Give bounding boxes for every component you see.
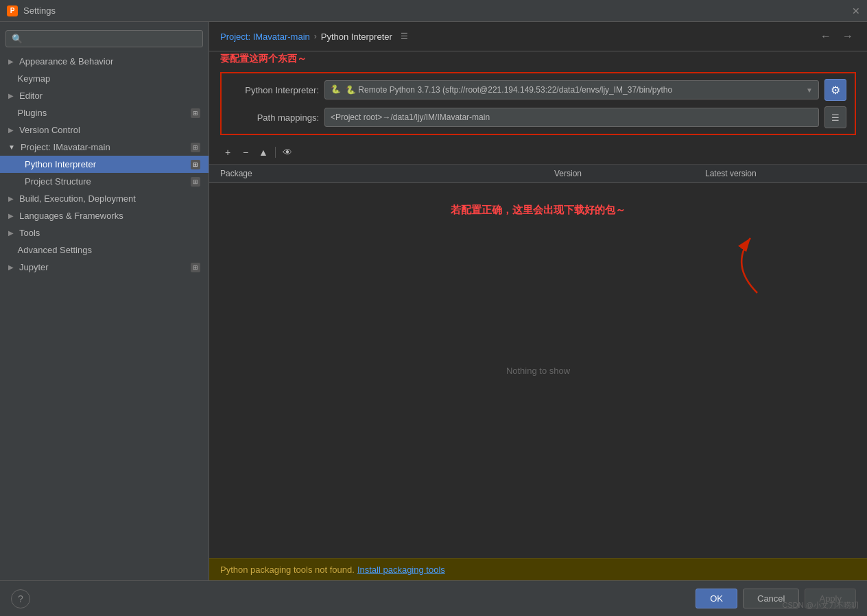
breadcrumb-separator: › bbox=[314, 32, 317, 41]
sidebar-item-label: Build, Execution, Deployment bbox=[19, 193, 136, 204]
sidebar-item-tools[interactable]: ▶ Tools bbox=[0, 224, 209, 241]
arrow-icon: ▼ bbox=[8, 143, 15, 151]
toolbar-row: + − ▲ 👁 bbox=[209, 141, 867, 165]
nav-arrows: ← → bbox=[818, 29, 856, 44]
badge-icon: ⊞ bbox=[191, 263, 200, 272]
dropdown-arrow-icon: ▼ bbox=[806, 86, 813, 94]
sidebar-item-label: Plugins bbox=[18, 108, 47, 118]
badge-icon: ⊞ bbox=[191, 177, 200, 187]
app-icon: P bbox=[7, 5, 18, 16]
sidebar-item-label: Tools bbox=[19, 228, 40, 238]
sidebar-item-label: Appearance & Behavior bbox=[19, 56, 113, 67]
sidebar-item-keymap[interactable]: Keymap bbox=[0, 70, 209, 87]
sidebar-item-appearance[interactable]: ▶ Appearance & Behavior bbox=[0, 53, 209, 70]
col-header-latest: Latest version bbox=[705, 169, 856, 178]
warning-bar: Python packaging tools not found. Instal… bbox=[209, 558, 867, 580]
gear-settings-button[interactable]: ⚙ bbox=[824, 79, 846, 101]
sidebar-item-languages[interactable]: ▶ Languages & Frameworks bbox=[0, 207, 209, 224]
sidebar-item-python-interpreter[interactable]: Python Interpreter ⊞ bbox=[0, 156, 209, 173]
arrow-icon: ▶ bbox=[8, 126, 14, 134]
path-mappings-row: Path mappings: <Project root>→/data1/ljy… bbox=[230, 106, 846, 128]
arrow-icon bbox=[8, 75, 12, 82]
arrow-icon bbox=[8, 246, 12, 254]
arrow-icon: ▶ bbox=[8, 229, 14, 237]
sidebar-item-label: Project Structure bbox=[25, 176, 91, 187]
search-icon: 🔍 bbox=[12, 34, 23, 44]
title-bar: P Settings ✕ bbox=[0, 0, 867, 22]
col-header-package: Package bbox=[220, 169, 554, 178]
col-header-version: Version bbox=[554, 169, 705, 178]
table-header: Package Version Latest version bbox=[209, 165, 867, 183]
arrow-icon: ▶ bbox=[8, 263, 14, 271]
path-mappings-label: Path mappings: bbox=[230, 112, 319, 123]
help-button[interactable]: ? bbox=[11, 589, 30, 608]
interpreter-row: Python Interpreter: 🐍 🐍 Remote Python 3.… bbox=[230, 79, 846, 101]
breadcrumb-bar: Project: IMavatar-main › Python Interpre… bbox=[209, 22, 867, 51]
arrow-icon bbox=[8, 109, 12, 117]
interpreter-value-box[interactable]: 🐍 🐍 Remote Python 3.7.13 (sftp://root@22… bbox=[324, 80, 819, 99]
breadcrumb-current: Python Interpreter bbox=[321, 32, 392, 42]
sidebar-item-project-structure[interactable]: Project Structure ⊞ bbox=[0, 173, 209, 190]
watermark: CSDN @小文刀不唠叨 bbox=[783, 600, 859, 611]
warning-text: Python packaging tools not found. bbox=[220, 565, 355, 575]
up-button[interactable]: ▲ bbox=[256, 145, 271, 160]
nav-back-button[interactable]: ← bbox=[818, 29, 834, 44]
sidebar-item-label: Editor bbox=[19, 91, 43, 101]
table-empty: 若配置正确，这里会出现下载好的包～ ② Nothing to show bbox=[209, 183, 867, 558]
sidebar-item-editor[interactable]: ▶ Editor bbox=[0, 87, 209, 104]
install-link[interactable]: Install packaging tools bbox=[357, 565, 445, 575]
separator bbox=[275, 147, 276, 158]
annotation-1: 要配置这两个东西～ bbox=[209, 51, 867, 67]
badge-icon: ⊞ bbox=[191, 108, 200, 118]
config-section: Python Interpreter: 🐍 🐍 Remote Python 3.… bbox=[220, 72, 856, 135]
sidebar-item-jupyter[interactable]: ▶ Jupyter ⊞ bbox=[0, 259, 209, 276]
sidebar-item-label: Python Interpreter bbox=[25, 159, 96, 169]
remove-package-button[interactable]: − bbox=[238, 145, 253, 160]
content-area: Project: IMavatar-main › Python Interpre… bbox=[209, 22, 867, 580]
red-arrow-svg bbox=[716, 231, 771, 300]
close-button[interactable]: ✕ bbox=[852, 5, 860, 16]
arrow-icon: ▶ bbox=[8, 195, 14, 202]
interpreter-label: Python Interpreter: bbox=[230, 85, 319, 95]
sidebar-item-advanced[interactable]: Advanced Settings bbox=[0, 241, 209, 259]
eye-button[interactable]: 👁 bbox=[280, 145, 295, 160]
nav-forward-button[interactable]: → bbox=[840, 29, 856, 44]
empty-table-text: Nothing to show bbox=[506, 366, 570, 376]
search-input[interactable] bbox=[27, 34, 197, 44]
add-package-button[interactable]: + bbox=[220, 145, 235, 160]
sidebar-item-versioncontrol[interactable]: ▶ Version Control bbox=[0, 121, 209, 139]
python-icon: 🐍 bbox=[331, 84, 342, 95]
sidebar-item-label: Keymap bbox=[18, 73, 51, 84]
sidebar-item-plugins[interactable]: Plugins ⊞ bbox=[0, 104, 209, 121]
interpreter-value: 🐍 Remote Python 3.7.13 (sftp://root@221.… bbox=[346, 85, 802, 95]
sidebar-item-label: Jupyter bbox=[19, 262, 49, 272]
sidebar-item-label: Languages & Frameworks bbox=[19, 211, 123, 221]
bottom-bar: ? OK Cancel Apply bbox=[0, 580, 867, 616]
badge-icon: ⊞ bbox=[191, 143, 200, 152]
sidebar-item-project[interactable]: ▼ Project: IMavatar-main ⊞ bbox=[0, 139, 209, 156]
arrow-icon: ▶ bbox=[8, 92, 14, 99]
ok-button[interactable]: OK bbox=[696, 589, 737, 608]
sidebar-item-label: Project: IMavatar-main bbox=[21, 142, 110, 152]
sidebar: 🔍 ▶ Appearance & Behavior Keymap ▶ Edito… bbox=[0, 22, 209, 580]
path-mappings-button[interactable]: ☰ bbox=[824, 106, 846, 128]
sidebar-item-build[interactable]: ▶ Build, Execution, Deployment bbox=[0, 190, 209, 207]
search-box[interactable]: 🔍 bbox=[5, 30, 203, 47]
path-mappings-value: <Project root>→/data1/ljy/IM/IMavatar-ma… bbox=[331, 112, 813, 122]
breadcrumb-parent[interactable]: Project: IMavatar-main bbox=[220, 32, 310, 42]
sidebar-item-label: Advanced Settings bbox=[18, 245, 92, 255]
package-table-container: Package Version Latest version 若配置正确，这里会… bbox=[209, 165, 867, 558]
badge-icon: ⊞ bbox=[191, 160, 200, 169]
arrow-icon: ▶ bbox=[8, 58, 14, 65]
breadcrumb-icon: ☰ bbox=[401, 32, 408, 41]
arrow-icon: ▶ bbox=[8, 212, 14, 220]
window-title: Settings bbox=[23, 5, 56, 16]
annotation-2: 若配置正确，这里会出现下载好的包～ bbox=[451, 204, 626, 217]
path-mappings-value-box[interactable]: <Project root>→/data1/ljy/IM/IMavatar-ma… bbox=[324, 108, 819, 127]
sidebar-item-label: Version Control bbox=[19, 125, 80, 135]
main-layout: 🔍 ▶ Appearance & Behavior Keymap ▶ Edito… bbox=[0, 22, 867, 580]
